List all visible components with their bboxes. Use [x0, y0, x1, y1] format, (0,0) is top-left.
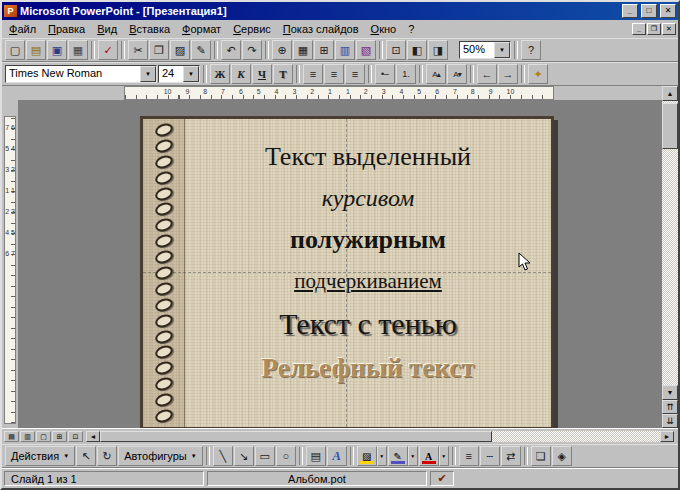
menu-view[interactable]: Вид: [91, 21, 123, 37]
chevron-down-icon[interactable]: ▼: [377, 446, 387, 466]
decrease-font-size-icon[interactable]: A▾: [447, 64, 467, 84]
slide-show-icon[interactable]: ⊡: [68, 431, 83, 442]
bullets-icon[interactable]: •–: [375, 64, 395, 84]
align-right-icon[interactable]: ≡: [345, 64, 365, 84]
slide-sorter-view-icon[interactable]: ⊞: [52, 431, 67, 442]
font-color-icon[interactable]: А: [419, 446, 439, 466]
menu-file[interactable]: Файл: [3, 21, 42, 37]
outline-view-icon[interactable]: ▥: [20, 431, 35, 442]
menu-tools[interactable]: Сервис: [227, 21, 277, 37]
office-assistant-icon[interactable]: ?: [521, 40, 541, 60]
line-color-icon[interactable]: ✎: [388, 446, 408, 466]
slide-layout-icon[interactable]: ◧: [407, 40, 427, 60]
italic-button[interactable]: К: [231, 64, 251, 84]
select-objects-icon[interactable]: ↖: [76, 446, 96, 466]
menu-format[interactable]: Формат: [176, 21, 227, 37]
menu-insert[interactable]: Вставка: [123, 21, 176, 37]
slide-workspace[interactable]: Текст выделенный курсивом полужирным под…: [18, 100, 662, 428]
close-button[interactable]: ✕: [660, 4, 676, 18]
document-minimize-button[interactable]: _: [632, 23, 646, 35]
chevron-down-icon[interactable]: ▼: [408, 446, 418, 466]
rectangle-tool-icon[interactable]: ▭: [255, 446, 275, 466]
scroll-left-icon[interactable]: ◄: [86, 431, 100, 442]
save-icon[interactable]: ▣: [47, 40, 67, 60]
draw-actions-button[interactable]: Действия ▼: [5, 446, 75, 466]
format-painter-icon[interactable]: ✎: [191, 40, 211, 60]
minimize-button[interactable]: _: [622, 4, 638, 18]
insert-chart-icon[interactable]: ▥: [335, 40, 355, 60]
text-line-italic[interactable]: курсивом: [322, 184, 415, 213]
document-restore-button[interactable]: ❐: [647, 23, 661, 35]
apply-design-icon[interactable]: ◨: [428, 40, 448, 60]
line-color-button[interactable]: ✎ ▼: [388, 446, 418, 466]
demote-icon[interactable]: →: [498, 64, 518, 84]
text-line-underline[interactable]: подчеркиванием: [294, 269, 442, 294]
oval-tool-icon[interactable]: ○: [276, 446, 296, 466]
new-icon[interactable]: ▢: [5, 40, 25, 60]
slide-view-icon[interactable]: ▢: [36, 431, 51, 442]
scroll-down-icon[interactable]: ▼: [662, 385, 678, 400]
3d-style-icon[interactable]: ◈: [552, 446, 572, 466]
horizontal-scrollbar-track[interactable]: [100, 431, 660, 442]
scroll-right-icon[interactable]: ►: [660, 431, 674, 442]
line-style-icon[interactable]: ≡: [459, 446, 479, 466]
fill-color-icon[interactable]: ▨: [357, 446, 377, 466]
copy-icon[interactable]: ❐: [149, 40, 169, 60]
line-tool-icon[interactable]: ╲: [213, 446, 233, 466]
arrow-tool-icon[interactable]: ↘: [234, 446, 254, 466]
menu-window[interactable]: Окно: [365, 21, 403, 37]
menu-slideshow[interactable]: Показ слайдов: [277, 21, 365, 37]
normal-view-icon[interactable]: ▤: [4, 431, 19, 442]
increase-font-size-icon[interactable]: A▴: [426, 64, 446, 84]
insert-clipart-icon[interactable]: ▧: [356, 40, 376, 60]
shadow-style-icon[interactable]: ❏: [531, 446, 551, 466]
chevron-down-icon[interactable]: ▼: [140, 66, 156, 82]
text-line-emboss[interactable]: Рельефный текст: [262, 352, 475, 384]
vertical-scrollbar-track[interactable]: [662, 101, 678, 385]
font-name-combo[interactable]: Times New Roman ▼: [5, 65, 157, 83]
text-line-bold[interactable]: полужирным: [290, 224, 446, 255]
text-shadow-button[interactable]: Т: [273, 64, 293, 84]
chevron-down-icon[interactable]: ▼: [494, 42, 510, 58]
spelling-icon[interactable]: ✓: [98, 40, 118, 60]
document-close-button[interactable]: ✕: [662, 23, 676, 35]
promote-icon[interactable]: ←: [477, 64, 497, 84]
text-line-regular[interactable]: Текст выделенный: [265, 141, 471, 172]
maximize-button[interactable]: □: [641, 4, 657, 18]
previous-slide-icon[interactable]: ⇈: [662, 400, 678, 414]
dash-style-icon[interactable]: ┄: [480, 446, 500, 466]
vertical-scrollbar-thumb[interactable]: [662, 103, 678, 149]
text-box-icon[interactable]: ▤: [306, 446, 326, 466]
paste-icon[interactable]: ▨: [170, 40, 190, 60]
open-icon[interactable]: ▤: [26, 40, 46, 60]
underline-button[interactable]: Ч: [252, 64, 272, 84]
chevron-down-icon[interactable]: ▼: [439, 446, 449, 466]
wordart-icon[interactable]: А: [327, 446, 347, 466]
align-left-icon[interactable]: ≡: [303, 64, 323, 84]
font-color-button[interactable]: А ▼: [419, 446, 449, 466]
zoom-combo[interactable]: 50% ▼: [459, 41, 511, 59]
print-icon[interactable]: ▦: [68, 40, 88, 60]
cut-icon[interactable]: ✂: [128, 40, 148, 60]
scroll-up-icon[interactable]: ▲: [662, 86, 678, 101]
slide-text-block[interactable]: Текст выделенный курсивом полужирным под…: [185, 119, 551, 427]
spelling-status-icon[interactable]: ✔: [430, 471, 454, 486]
autoshapes-button[interactable]: Автофигуры ▼: [118, 446, 203, 466]
undo-icon[interactable]: ↶: [221, 40, 241, 60]
horizontal-scrollbar-thumb[interactable]: [100, 431, 492, 442]
menu-edit[interactable]: Правка: [42, 21, 91, 37]
fill-color-button[interactable]: ▨ ▼: [357, 446, 387, 466]
font-size-combo[interactable]: 24 ▼: [158, 65, 200, 83]
common-tasks-icon[interactable]: ✦: [528, 64, 548, 84]
insert-hyperlink-icon[interactable]: ⊕: [272, 40, 292, 60]
arrow-style-icon[interactable]: ⇄: [501, 446, 521, 466]
redo-icon[interactable]: ↷: [242, 40, 262, 60]
free-rotate-icon[interactable]: ↻: [97, 446, 117, 466]
new-slide-icon[interactable]: ⊡: [386, 40, 406, 60]
insert-table-icon[interactable]: ⊞: [314, 40, 334, 60]
align-center-icon[interactable]: ≡: [324, 64, 344, 84]
numbering-icon[interactable]: 1.: [396, 64, 416, 84]
text-line-shadow[interactable]: Текст с тенью: [279, 306, 457, 342]
menu-help[interactable]: ?: [402, 21, 420, 37]
next-slide-icon[interactable]: ⇊: [662, 414, 678, 428]
